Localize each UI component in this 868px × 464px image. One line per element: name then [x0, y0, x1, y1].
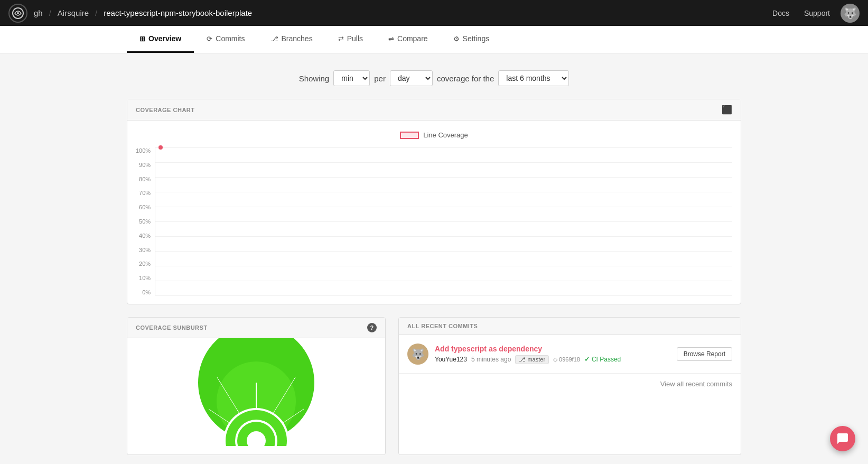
export-icon[interactable]: ⬛	[722, 105, 733, 115]
legend-line-coverage	[400, 132, 419, 139]
sunburst-section: COVERAGE SUNBURST ?	[127, 317, 386, 455]
commits-header: ALL RECENT COMMITS	[399, 318, 741, 335]
commits-title: ALL RECENT COMMITS	[407, 323, 478, 329]
tab-branches[interactable]: ⎇ Branches	[258, 26, 325, 53]
tab-settings-label: Settings	[463, 34, 490, 43]
compare-icon: ⇌	[388, 35, 394, 43]
sunburst-body	[127, 338, 385, 454]
app-logo[interactable]	[8, 4, 27, 23]
tabs-bar: ⊞ Overview ⟳ Commits ⎇ Branches ⇄ Pulls …	[0, 26, 868, 53]
sunburst-title: COVERAGE SUNBURST	[136, 324, 208, 331]
nav-sep2: /	[95, 8, 97, 17]
commit-info: Add typescript as dependency YouYue123 5…	[435, 345, 670, 364]
commits-icon: ⟳	[207, 35, 212, 43]
tab-branches-label: Branches	[282, 34, 313, 43]
commit-title[interactable]: Add typescript as dependency	[435, 345, 670, 353]
tab-compare-label: Compare	[397, 34, 428, 43]
nav-repo-name[interactable]: react-typescript-npm-storybook-boilerpla…	[104, 8, 252, 17]
overview-icon: ⊞	[139, 35, 145, 43]
commit-hash: 0969f18	[553, 356, 580, 363]
branch-label: master	[527, 356, 545, 363]
tab-overview-label: Overview	[148, 34, 181, 43]
showing-label: Showing	[299, 74, 330, 83]
commit-time: 5 minutes ago	[471, 356, 511, 363]
topnav: gh / Airsquire / react-typescript-npm-st…	[0, 0, 868, 26]
period-select[interactable]: last 6 months last 3 months last 12 mont…	[498, 70, 569, 86]
chart-plot	[155, 147, 732, 295]
pulls-icon: ⇄	[338, 35, 344, 43]
coverage-chart-header: COVERAGE CHART ⬛	[127, 99, 741, 120]
per-label: per	[374, 74, 386, 83]
nav-org[interactable]: gh	[34, 8, 43, 17]
chart-legend: Line Coverage	[136, 131, 732, 139]
chat-bubble[interactable]	[830, 426, 855, 451]
tab-compare[interactable]: ⇌ Compare	[376, 26, 441, 53]
chart-y-axis: 100% 90% 80% 70% 60% 50% 40% 30% 20% 10%…	[136, 147, 155, 295]
tab-pulls-label: Pulls	[347, 34, 363, 43]
nav-org-name[interactable]: Airsquire	[58, 8, 89, 17]
commits-section: ALL RECENT COMMITS 🐺 Add typescript as d…	[398, 317, 741, 455]
branches-icon: ⎇	[270, 35, 278, 43]
nav-docs[interactable]: Docs	[768, 7, 794, 20]
tab-settings[interactable]: ⚙ Settings	[441, 26, 502, 53]
coverage-chart-body: Line Coverage 100% 90% 80% 70% 60% 50% 4…	[127, 120, 741, 304]
sunburst-chart	[188, 338, 325, 446]
help-icon[interactable]: ?	[367, 323, 377, 332]
legend-label: Line Coverage	[423, 131, 468, 139]
min-select[interactable]: min max avg	[333, 70, 370, 86]
tab-commits[interactable]: ⟳ Commits	[194, 26, 257, 53]
settings-icon: ⚙	[453, 35, 460, 43]
browse-report-button[interactable]: Browse Report	[677, 347, 732, 361]
nav-support[interactable]: Support	[800, 7, 834, 20]
sunburst-header: COVERAGE SUNBURST ?	[127, 318, 385, 338]
bottom-panels: COVERAGE SUNBURST ?	[127, 317, 741, 455]
commit-username[interactable]: YouYue123	[435, 356, 467, 363]
data-point	[158, 145, 163, 150]
commit-meta: YouYue123 5 minutes ago ⎇ master 0969f18…	[435, 355, 670, 364]
day-select[interactable]: day week month	[390, 70, 433, 86]
tab-pulls[interactable]: ⇄ Pulls	[325, 26, 376, 53]
nav-sep1: /	[49, 8, 51, 17]
commit-avatar: 🐺	[407, 344, 428, 365]
showing-bar: Showing min max avg per day week month c…	[127, 70, 741, 86]
coverage-label: coverage for the	[437, 74, 494, 83]
main-content: Showing min max avg per day week month c…	[0, 53, 868, 464]
user-avatar[interactable]: 🐺	[841, 4, 860, 23]
ci-status: CI Passed	[584, 356, 621, 363]
tab-overview[interactable]: ⊞ Overview	[127, 26, 194, 53]
svg-point-1	[17, 12, 19, 14]
view-all-commits-link[interactable]: View all recent commits	[399, 374, 741, 394]
commit-item: 🐺 Add typescript as dependency YouYue123…	[399, 335, 741, 374]
tab-commits-label: Commits	[216, 34, 245, 43]
coverage-chart-title: COVERAGE CHART	[136, 107, 195, 113]
branch-icon: ⎇	[519, 356, 527, 363]
chart-area: 100% 90% 80% 70% 60% 50% 40% 30% 20% 10%…	[136, 147, 732, 295]
commit-branch: ⎇ master	[515, 355, 549, 364]
coverage-chart-section: COVERAGE CHART ⬛ Line Coverage 100% 90% …	[127, 99, 741, 304]
